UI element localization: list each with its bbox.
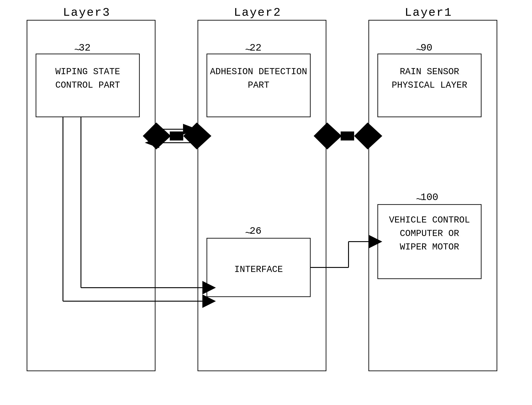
box100-number: 100 (421, 192, 438, 203)
layer2-label: Layer2 (234, 6, 281, 19)
box32-line1: WIPING STATE (55, 67, 120, 77)
box26-number: 26 (250, 225, 261, 237)
box22-line2: PART (248, 80, 269, 90)
box26-tilde: ~ (245, 228, 251, 239)
diagram-container: Layer3 Layer2 Layer1 32 ~ WIPING STATE C… (0, 0, 532, 405)
layer3-label: Layer3 (63, 6, 110, 19)
box26-line1: INTERFACE (234, 264, 283, 275)
box32-number: 32 (79, 42, 91, 54)
box100-tilde: ~ (416, 194, 422, 205)
box22-line1: ADHESION DETECTION (210, 67, 307, 77)
box90-line2: PHYSICAL LAYER (392, 80, 467, 90)
box90-number: 90 (421, 42, 432, 54)
box22-number: 22 (250, 42, 261, 54)
svg-rect-7 (341, 131, 354, 141)
box100-line2: COMPUTER OR (400, 229, 459, 239)
layer1-label: Layer1 (405, 6, 452, 19)
svg-rect-6 (170, 131, 183, 141)
box90-line1: RAIN SENSOR (400, 67, 459, 77)
box100-line3: WIPER MOTOR (400, 242, 459, 252)
box100-line1: VEHICLE CONTROL (389, 215, 470, 225)
box32-line2: CONTROL PART (55, 80, 120, 90)
